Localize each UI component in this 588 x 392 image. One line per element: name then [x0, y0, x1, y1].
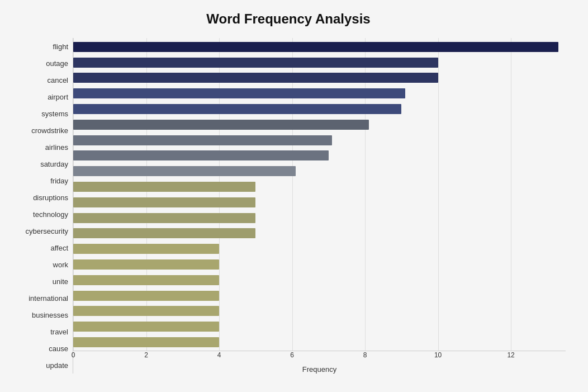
y-label-update: update [11, 362, 68, 369]
bar-airport [73, 88, 405, 98]
bar-row-travel [73, 304, 566, 319]
y-label-flight: flight [11, 43, 68, 50]
bar-row-airlines [73, 133, 566, 148]
bar-row-affect [73, 226, 566, 242]
bar-international [73, 275, 219, 285]
chart-area: flightoutagecancelairportsystemscrowdstr… [11, 38, 566, 374]
bar-affect [73, 228, 255, 238]
bar-cybersecurity [73, 213, 255, 223]
y-label-international: international [11, 295, 68, 302]
bar-row-airport [73, 86, 566, 101]
y-label-work: work [11, 261, 68, 268]
x-tick-4: 4 [217, 351, 221, 359]
x-tick-12: 12 [507, 351, 514, 359]
bar-outage [73, 58, 438, 68]
bar-cancel [73, 73, 438, 83]
bars-container [73, 38, 566, 351]
bar-technology [73, 197, 255, 207]
bar-row-crowdstrike [73, 117, 566, 133]
bar-travel [73, 306, 219, 316]
bar-businesses [73, 291, 219, 301]
x-tick-8: 8 [363, 351, 367, 359]
x-tick-0: 0 [72, 351, 75, 359]
bar-row-flight [73, 39, 566, 55]
bar-work [73, 244, 219, 254]
bar-row-unite [73, 257, 566, 272]
x-axis: 024681012 Frequency [73, 351, 566, 374]
bar-row-cybersecurity [73, 210, 566, 226]
x-tick-6: 6 [290, 351, 294, 359]
y-label-airport: airport [11, 93, 68, 101]
y-label-cybersecurity: cybersecurity [11, 228, 68, 235]
y-label-affect: affect [11, 244, 68, 252]
bar-row-saturday [73, 148, 566, 164]
bar-update [73, 337, 219, 347]
y-label-outage: outage [11, 60, 68, 67]
y-label-businesses: businesses [11, 311, 68, 319]
bar-cause [73, 322, 219, 332]
bar-friday [73, 166, 296, 176]
bar-row-work [73, 241, 566, 257]
plot-area: 024681012 Frequency [73, 38, 566, 374]
y-label-unite: unite [11, 278, 68, 285]
bar-unite [73, 259, 219, 270]
y-label-disruptions: disruptions [11, 194, 68, 201]
bar-row-international [73, 272, 566, 288]
y-axis-labels: flightoutagecancelairportsystemscrowdstr… [11, 38, 73, 374]
bar-row-technology [73, 195, 566, 210]
y-label-saturday: saturday [11, 160, 68, 168]
bar-crowdstrike [73, 120, 369, 130]
x-axis-label: Frequency [302, 365, 336, 374]
bar-row-cause [73, 319, 566, 334]
bar-flight [73, 42, 558, 52]
y-label-travel: travel [11, 328, 68, 336]
bar-row-friday [73, 163, 566, 179]
y-label-friday: friday [11, 177, 68, 185]
chart-container: Word Frequency Analysis flightoutagecanc… [0, 0, 588, 392]
y-label-airlines: airlines [11, 144, 68, 151]
bar-row-systems [73, 101, 566, 117]
bar-systems [73, 104, 401, 114]
bar-row-disruptions [73, 179, 566, 195]
bar-row-businesses [73, 288, 566, 304]
y-label-technology: technology [11, 211, 68, 218]
y-label-systems: systems [11, 110, 68, 117]
bar-row-update [73, 334, 566, 350]
y-label-crowdstrike: crowdstrike [11, 127, 68, 134]
y-label-cause: cause [11, 345, 68, 352]
x-tick-2: 2 [144, 351, 148, 359]
bar-saturday [73, 150, 329, 160]
y-label-cancel: cancel [11, 77, 68, 84]
x-tick-10: 10 [434, 351, 442, 359]
bar-airlines [73, 135, 332, 145]
bar-row-cancel [73, 70, 566, 86]
chart-title: Word Frequency Analysis [11, 11, 566, 27]
bar-row-outage [73, 55, 566, 70]
bar-disruptions [73, 182, 255, 192]
